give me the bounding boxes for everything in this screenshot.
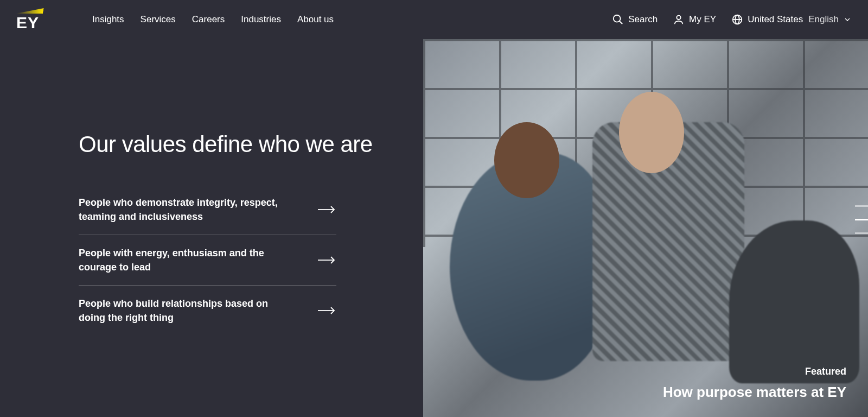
arrow-right-icon: [318, 205, 336, 214]
value-text: People who demonstrate integrity, respec…: [79, 195, 285, 224]
search-button[interactable]: Search: [612, 14, 658, 26]
values-list: People who demonstrate integrity, respec…: [79, 185, 336, 336]
my-ey-button[interactable]: My EY: [673, 14, 716, 26]
user-icon: [673, 14, 685, 26]
language-label: English: [808, 14, 839, 25]
featured-title: How purpose matters at EY: [663, 384, 846, 401]
nav-services[interactable]: Services: [141, 14, 176, 25]
carousel-indicators: [855, 205, 868, 234]
my-ey-label: My EY: [689, 14, 716, 25]
carousel-dot-1[interactable]: [855, 205, 868, 207]
arrow-right-icon: [318, 306, 336, 315]
svg-line-1: [620, 21, 623, 24]
chevron-down-icon: [843, 15, 852, 24]
globe-icon: [731, 14, 743, 26]
search-icon: [612, 14, 624, 26]
region-selector[interactable]: United States English: [731, 14, 852, 26]
region-label: United States: [748, 14, 803, 25]
header-utilities: Search My EY United States English: [612, 14, 852, 26]
value-item-energy[interactable]: People with energy, enthusiasm and the c…: [79, 235, 336, 286]
main-content: Our values define who we are People who …: [0, 39, 868, 417]
site-header: EY Insights Services Careers Industries …: [0, 0, 868, 39]
values-panel: Our values define who we are People who …: [0, 39, 423, 417]
logo-text: EY: [16, 15, 43, 31]
logo-slash-icon: [16, 8, 44, 14]
value-item-relationships[interactable]: People who build relationships based on …: [79, 286, 336, 336]
search-label: Search: [628, 14, 658, 25]
featured-callout[interactable]: Featured How purpose matters at EY: [663, 366, 846, 401]
value-text: People who build relationships based on …: [79, 296, 285, 325]
nav-industries[interactable]: Industries: [241, 14, 281, 25]
svg-point-0: [614, 15, 621, 22]
arrow-right-icon: [318, 256, 336, 264]
nav-about-us[interactable]: About us: [297, 14, 334, 25]
logo[interactable]: EY: [16, 8, 43, 31]
nav-insights[interactable]: Insights: [92, 14, 124, 25]
primary-nav: Insights Services Careers Industries Abo…: [92, 14, 334, 25]
carousel-dot-2[interactable]: [855, 219, 868, 220]
featured-label: Featured: [663, 366, 846, 377]
carousel-dot-3[interactable]: [855, 232, 868, 234]
svg-point-2: [676, 16, 680, 20]
value-text: People with energy, enthusiasm and the c…: [79, 246, 285, 274]
hero-image: [423, 39, 868, 417]
nav-careers[interactable]: Careers: [192, 14, 225, 25]
page-headline: Our values define who we are: [79, 131, 380, 157]
hero-media: Featured How purpose matters at EY: [423, 39, 868, 417]
value-item-integrity[interactable]: People who demonstrate integrity, respec…: [79, 185, 336, 235]
